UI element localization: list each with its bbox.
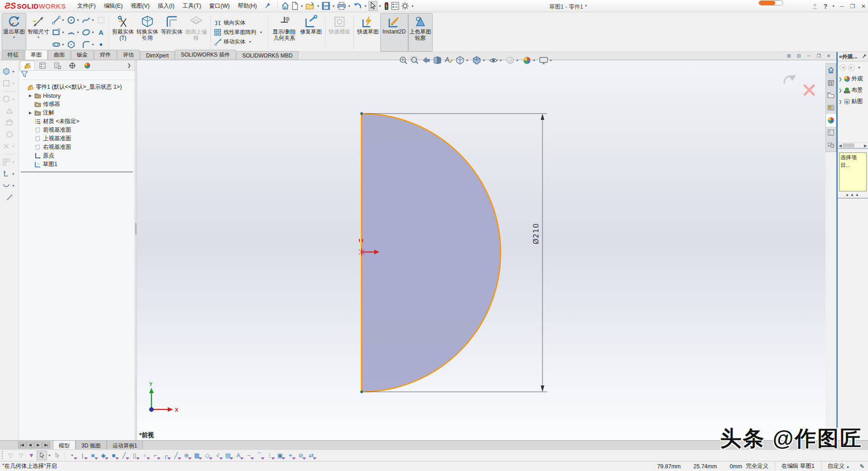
tab-sw-mbd[interactable]: SOLIDWORKS MBD xyxy=(236,51,298,60)
nav-back-icon[interactable]: ◀ xyxy=(840,64,846,71)
task-pane-resize-grip[interactable]: ▲▲▲ xyxy=(838,193,868,199)
tree-item-front-plane[interactable]: 前视基准面 xyxy=(21,126,135,134)
tab-sheet-metal[interactable]: 钣金 xyxy=(71,50,94,60)
dock-measure-tool[interactable] xyxy=(5,193,14,201)
graphics-viewport[interactable]: Ø210 Y X *前视 xyxy=(137,60,826,440)
circle-dropdown-icon[interactable]: ▼ xyxy=(76,19,80,22)
exit-sketch-dropdown-icon[interactable]: ▼ xyxy=(13,36,16,39)
tree-item-origin[interactable]: 原点 xyxy=(21,152,135,160)
smart-dimension-button[interactable]: 智能尺寸 ▼ xyxy=(26,13,51,52)
apply-scene-dropdown-icon[interactable]: ▼ xyxy=(533,59,536,62)
display-style-dropdown-icon[interactable]: ▼ xyxy=(482,59,486,62)
nav-forward-icon[interactable]: ▶ xyxy=(848,64,855,71)
exit-sketch-button[interactable]: 退出草图 ▼ xyxy=(2,13,26,52)
line-dropdown-icon[interactable]: ▼ xyxy=(61,19,65,22)
tree-filter-icon[interactable] xyxy=(21,71,28,79)
menu-view[interactable]: 视图(V) xyxy=(127,0,154,12)
feature-manager-expand-icon[interactable]: ❯ xyxy=(127,61,134,70)
convert-entities-button[interactable]: 转换实体引用 xyxy=(135,13,160,52)
home-button[interactable] xyxy=(280,1,290,11)
tab-feature-tree[interactable] xyxy=(20,61,35,70)
decals-node[interactable]: ❯ 贴图 xyxy=(838,96,868,107)
view-orientation-dropdown-icon[interactable]: ▼ xyxy=(466,59,469,62)
filter-flow[interactable]: ⇄ xyxy=(306,451,316,460)
doc-close-button[interactable]: ✕ xyxy=(825,52,833,59)
new-document-button[interactable] xyxy=(290,1,299,11)
filter-arcs[interactable]: ⌒ xyxy=(254,451,264,460)
tab-dimxpert-manager[interactable] xyxy=(65,61,80,70)
menu-insert[interactable]: 插入(I) xyxy=(154,0,179,12)
select-tool-button[interactable] xyxy=(368,1,377,11)
offset-entities-button[interactable]: 等距实体 xyxy=(160,13,184,52)
filter-annotations[interactable]: A xyxy=(233,451,244,460)
rapid-sketch-button[interactable]: 快速草图 xyxy=(356,13,380,52)
user-account-icon[interactable] xyxy=(809,1,820,11)
taskpane-appearances-tab[interactable] xyxy=(826,114,836,127)
zoom-to-area-button[interactable] xyxy=(409,55,420,66)
pin-menu-icon[interactable] xyxy=(264,2,271,10)
tree-item-material[interactable]: 材质 <未指定> xyxy=(21,117,135,126)
taskpane-view-palette-tab[interactable] xyxy=(826,101,836,114)
dock-spline-tool[interactable]: ▼ xyxy=(2,181,16,190)
toolbar-drag-handle[interactable] xyxy=(1,451,4,460)
repair-sketch-button[interactable]: 修复草图 xyxy=(299,13,323,52)
move-entities-dropdown-icon[interactable]: ▼ xyxy=(249,40,252,43)
dock-tool-3[interactable]: ▼ xyxy=(2,95,16,103)
tab-property-manager[interactable] xyxy=(35,61,50,70)
filter-axes[interactable]: ╱ xyxy=(119,451,129,460)
filter-more[interactable]: ⋮ xyxy=(264,451,275,460)
tab-sketch[interactable]: 草图 xyxy=(25,50,47,60)
minimize-button[interactable]: ─ xyxy=(836,1,847,11)
view-settings-button[interactable]: ▼ xyxy=(538,55,555,66)
previous-view-button[interactable] xyxy=(420,55,432,66)
tab-surfaces[interactable]: 曲面 xyxy=(48,50,71,60)
view-cube-tool[interactable]: ▼ xyxy=(2,67,16,76)
tag-icon[interactable]: ✎ xyxy=(856,463,868,470)
view-orientation-button[interactable]: ▼ xyxy=(454,55,471,66)
help-dropdown-icon[interactable]: ▼ xyxy=(832,5,835,8)
tab-dimxpert[interactable]: DimXpert xyxy=(140,51,175,60)
dock-tool-6[interactable] xyxy=(5,130,14,138)
hide-show-items-button[interactable]: ▼ xyxy=(488,55,505,66)
sketch-endpoint-top[interactable] xyxy=(360,112,363,115)
taskpane-design-library-tab[interactable] xyxy=(826,76,836,89)
menu-file[interactable]: 文件(F) xyxy=(73,0,100,12)
filter-toggle-icon[interactable]: ▼ xyxy=(26,451,37,460)
slot-tool[interactable]: ▼ xyxy=(52,40,66,49)
filter-vertices[interactable]: • xyxy=(67,451,77,460)
smart-dimension-dropdown-icon[interactable]: ▼ xyxy=(37,36,40,39)
edit-appearance-button[interactable]: ▼ xyxy=(505,55,521,66)
tab-model[interactable]: 模型 xyxy=(53,441,75,449)
tab-scroll-prev-icon[interactable]: ◀ xyxy=(26,442,34,448)
restore-button[interactable]: ❐ xyxy=(847,1,858,11)
filter-equations[interactable]: √ xyxy=(212,451,223,460)
tab-features[interactable]: 特征 xyxy=(2,50,24,60)
tab-scroll-first-icon[interactable]: |◀ xyxy=(18,442,26,448)
edit-appearance-dropdown-icon[interactable]: ▼ xyxy=(516,59,519,62)
fillet-tool[interactable]: ▼ xyxy=(81,40,96,49)
filter-routing[interactable]: ⊘ xyxy=(296,451,306,460)
split-pane-icon[interactable]: ⊞ xyxy=(785,52,793,59)
hscroll-left-icon[interactable]: ◀ xyxy=(839,143,842,148)
filter-centerlines[interactable]: ╱ xyxy=(171,451,181,460)
doc-restore-button[interactable]: ❐ xyxy=(815,52,823,59)
view-settings-dropdown-icon[interactable]: ▼ xyxy=(549,59,552,62)
help-button[interactable]: ? xyxy=(820,1,831,11)
dock-tool-2[interactable]: ▼ xyxy=(2,79,16,87)
taskpane-custom-properties-tab[interactable] xyxy=(826,127,836,139)
sketch-semicircle[interactable] xyxy=(360,112,500,393)
dock-tool-7[interactable]: ▼ xyxy=(2,142,16,150)
doc-minimize-button[interactable]: ─ xyxy=(805,52,813,59)
annotation-views-button[interactable] xyxy=(443,55,454,66)
filter-faces[interactable]: ■ xyxy=(88,451,98,460)
print-button[interactable] xyxy=(336,1,347,11)
rectangle-dropdown-icon[interactable]: ▼ xyxy=(61,31,65,34)
tree-item-history[interactable]: ▶ History xyxy=(21,91,135,100)
menu-window[interactable]: 窗口(W) xyxy=(205,0,234,12)
scenes-node[interactable]: ❯ 布景 xyxy=(838,85,868,96)
polygon-tool[interactable] xyxy=(66,40,81,49)
print-dropdown-icon[interactable]: ▼ xyxy=(348,5,351,8)
slot-dropdown-icon[interactable]: ▼ xyxy=(61,43,65,46)
menu-help[interactable]: 帮助(H) xyxy=(234,0,261,12)
save-button[interactable] xyxy=(321,1,331,11)
